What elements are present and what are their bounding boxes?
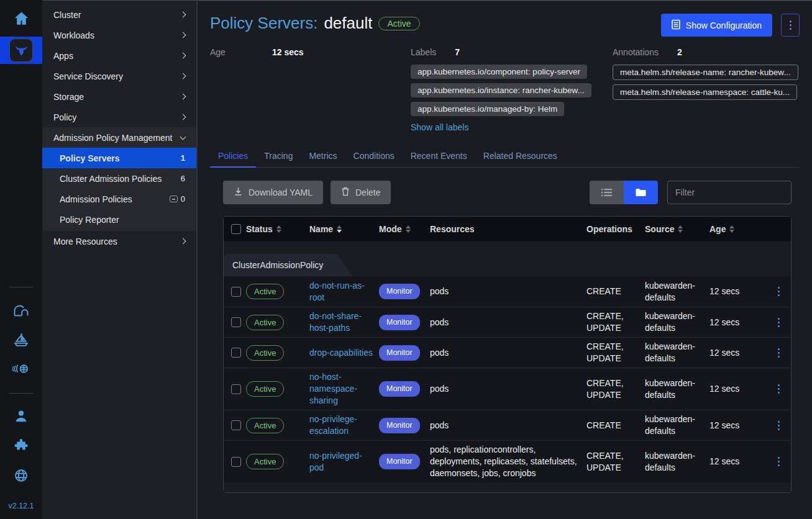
tab-policies[interactable]: Policies (210, 145, 256, 167)
cluster-rancher-icon[interactable] (12, 302, 30, 320)
sidebar-item-policy-reporter[interactable]: Policy Reporter (42, 209, 196, 230)
operations-cell: CREATE (586, 286, 645, 297)
tab-metrics[interactable]: Metrics (301, 145, 345, 167)
column-header-source[interactable]: Source (645, 224, 709, 234)
resources-cell: pods (430, 317, 586, 328)
kubewarden-app-icon[interactable] (9, 38, 33, 62)
sidebar-item-cluster[interactable]: Cluster (42, 4, 196, 25)
header-actions-kebab[interactable] (781, 14, 800, 37)
tab-related-resources[interactable]: Related Resources (475, 145, 565, 167)
view-toggle (590, 181, 658, 204)
resources-cell: pods (430, 420, 586, 431)
row-actions-kebab[interactable] (767, 287, 790, 296)
cluster-swirl-icon[interactable] (12, 361, 30, 379)
version-label: v2.12.1 (8, 502, 34, 510)
table-row: Active do-not-share-host-paths Monitor p… (224, 307, 791, 337)
download-yaml-button[interactable]: Download YAML (223, 181, 323, 204)
policy-name-link[interactable]: do-not-run-as-root (309, 280, 379, 304)
mode-badge: Monitor (379, 345, 420, 361)
delete-button[interactable]: Delete (331, 181, 391, 204)
operations-cell: CREATE, UPDATE (586, 377, 645, 401)
policy-name-link[interactable]: no-privilege-escalation (309, 413, 379, 437)
column-header-status[interactable]: Status (246, 224, 309, 234)
language-globe-icon[interactable] (13, 467, 29, 486)
policy-name-link[interactable]: drop-capabilities (309, 347, 379, 359)
list-view-icon[interactable] (590, 181, 624, 204)
column-header-operations: Operations (586, 224, 645, 234)
table-header-row: Status Name Mode Resources (224, 217, 791, 241)
row-status-badge: Active (246, 284, 284, 299)
sidebar-nav: Cluster Workloads Apps Service Discovery… (42, 0, 198, 519)
sidebar-item-storage[interactable]: Storage (42, 86, 196, 107)
row-checkbox[interactable] (231, 348, 241, 358)
resources-cell: pods (430, 383, 586, 395)
sidebar-item-apps[interactable]: Apps (42, 45, 196, 66)
column-header-age[interactable]: Age (709, 224, 767, 234)
table-rows: Active do-not-run-as-root Monitor pods C… (224, 276, 791, 482)
sidebar-group-header[interactable]: Admission Policy Management (42, 127, 196, 148)
column-header-name[interactable]: Name (309, 224, 379, 234)
labels-label: Labels (411, 47, 436, 57)
operations-cell: CREATE, UPDATE (586, 450, 645, 474)
count-badge: 6 (181, 174, 185, 183)
show-all-labels-link[interactable]: Show all labels (411, 122, 468, 132)
policy-name-link[interactable]: no-privileged-pod (309, 450, 379, 474)
row-status-badge: Active (246, 418, 284, 433)
cluster-harvester-icon[interactable] (12, 332, 30, 350)
home-icon[interactable] (13, 10, 30, 29)
tab-recent-events[interactable]: Recent Events (403, 145, 475, 167)
source-cell: kubewarden-defaults (645, 341, 709, 364)
mode-badge: Monitor (379, 284, 420, 299)
sidebar-item-policy[interactable]: Policy (42, 107, 196, 127)
row-checkbox[interactable] (231, 457, 241, 467)
policy-name-link[interactable]: do-not-share-host-paths (309, 310, 379, 334)
row-actions-kebab[interactable] (767, 318, 790, 327)
detail-summary: Age 12 secs Labels 7 app.kubernetes.io/c… (210, 47, 800, 133)
row-actions-kebab[interactable] (767, 384, 790, 394)
filter-input[interactable] (667, 181, 791, 204)
sidebar-item-workloads[interactable]: Workloads (42, 25, 196, 45)
sidebar-item-more-resources[interactable]: More Resources (42, 231, 196, 251)
chevron-right-icon (180, 94, 186, 100)
show-configuration-button[interactable]: Show Configuration (661, 14, 772, 37)
row-actions-kebab[interactable] (767, 421, 790, 430)
tab-tracing[interactable]: Tracing (256, 145, 301, 167)
sidebar-item-cluster-admission-policies[interactable]: Cluster Admission Policies 6 (42, 168, 196, 189)
column-header-resources: Resources (430, 224, 586, 234)
row-checkbox[interactable] (231, 384, 241, 394)
sidebar-item-service-discovery[interactable]: Service Discovery (42, 66, 196, 86)
chevron-right-icon (180, 12, 186, 18)
dash-badge-icon (170, 196, 178, 202)
sidebar-item-policy-servers[interactable]: Policy Servers 1 (42, 148, 196, 168)
resource-type-label: Policy Servers: (210, 14, 317, 33)
grouped-view-icon[interactable] (624, 181, 658, 204)
user-icon[interactable] (13, 408, 29, 426)
tab-conditions[interactable]: Conditions (345, 145, 403, 167)
row-checkbox[interactable] (231, 317, 241, 327)
status-badge: Active (378, 17, 419, 30)
policy-name-link[interactable]: no-host-namespace-sharing (309, 371, 379, 407)
row-checkbox[interactable] (231, 420, 241, 430)
count-badge: 1 (181, 153, 185, 163)
select-all-checkbox[interactable] (231, 224, 241, 234)
sort-icon (276, 225, 281, 233)
chevron-right-icon (180, 53, 186, 59)
row-checkbox[interactable] (231, 287, 241, 297)
age-cell: 12 secs (709, 383, 767, 395)
header-actions: Show Configuration (661, 14, 800, 37)
trash-icon (341, 187, 350, 198)
row-actions-kebab[interactable] (767, 457, 790, 466)
table-row: Active drop-capabilities Monitor pods CR… (224, 337, 791, 368)
operations-cell: CREATE, UPDATE (586, 341, 645, 364)
extensions-puzzle-icon[interactable] (13, 438, 29, 456)
table-row: Active no-privileged-pod Monitor pods, r… (224, 440, 791, 482)
source-cell: kubewarden-defaults (645, 280, 709, 304)
sort-icon (678, 225, 683, 233)
table-row: Active no-host-namespace-sharing Monitor… (224, 368, 791, 410)
row-actions-kebab[interactable] (767, 348, 790, 358)
file-text-icon (672, 19, 680, 32)
column-header-mode[interactable]: Mode (379, 224, 430, 234)
mode-badge: Monitor (379, 315, 420, 330)
annotations-block: Annotations 2 meta.helm.sh/release-name:… (613, 47, 800, 133)
sidebar-item-admission-policies[interactable]: Admission Policies 0 (42, 189, 196, 209)
